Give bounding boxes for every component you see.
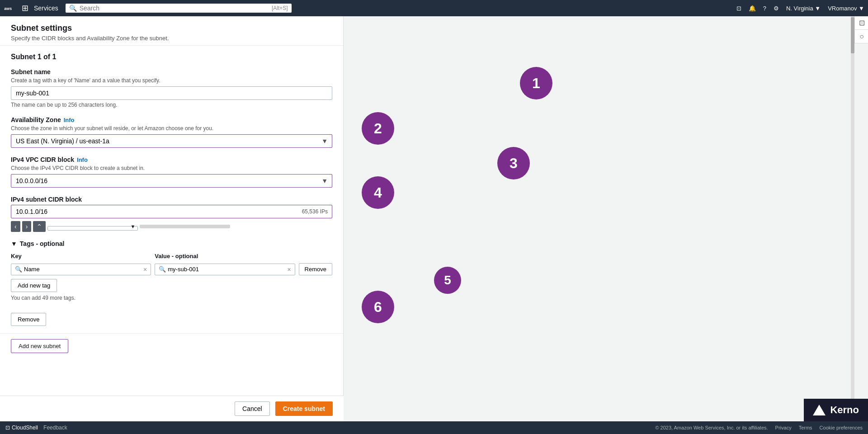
scrollbar-track <box>851 16 854 434</box>
az-hint: Choose the zone in which your subnet wil… <box>11 125 332 132</box>
kerno-logo-icon <box>813 405 826 415</box>
cidr-mask-dropdown[interactable] <box>47 226 138 231</box>
bottom-bar: ⊡ CloudShell Feedback © 2023, Amazon Web… <box>0 421 868 434</box>
remove-subnet-button[interactable]: Remove <box>11 313 46 326</box>
step-circle-1: 1 <box>520 67 552 99</box>
az-info-link[interactable]: Info <box>64 117 75 123</box>
bell-icon[interactable]: 🔔 <box>749 5 756 12</box>
ipv4-vpc-select[interactable]: 10.0.0.0/16 <box>11 174 332 188</box>
tags-header-label: Tags - optional <box>20 240 65 247</box>
feedback-link[interactable]: Feedback <box>43 425 67 431</box>
svg-text:aws: aws <box>4 6 12 11</box>
scrollbar-thumb[interactable] <box>851 17 854 53</box>
sidebar-icon-2[interactable]: ○ <box>855 30 868 43</box>
content-panel: Subnet settings Specify the CIDR blocks … <box>0 16 344 434</box>
tags-header[interactable]: ▼ Tags - optional <box>11 240 332 247</box>
tag-value-wrapper: 🔍 × <box>155 264 295 275</box>
subnet-name-input[interactable] <box>11 86 332 100</box>
cidr-ip-count: 65,536 IPs <box>302 208 328 215</box>
ipv4-vpc-hint: Choose the IPv4 VPC CIDR block to create… <box>11 165 332 171</box>
tag-value-input[interactable] <box>168 266 285 273</box>
terms-link[interactable]: Terms <box>799 425 812 430</box>
search-bar: 🔍 [Alt+S] <box>66 4 292 13</box>
subnet-name-field: Subnet name Create a tag with a key of '… <box>11 68 332 108</box>
services-label: Services <box>34 5 58 12</box>
search-input[interactable] <box>80 5 268 12</box>
privacy-link[interactable]: Privacy <box>775 425 792 430</box>
main-layout: Subnet settings Specify the CIDR blocks … <box>0 16 868 434</box>
subnet-section-title: Subnet 1 of 1 <box>11 53 332 61</box>
step-circle-6: 6 <box>362 291 394 323</box>
cidr-next-button[interactable]: › <box>22 221 32 232</box>
help-icon[interactable]: ? <box>763 5 766 12</box>
availability-zone-field: Availability Zone Info Choose the zone i… <box>11 116 332 148</box>
tags-grid: Key Value - optional 🔍 × 🔍 × <box>11 253 332 275</box>
form-subtitle: Specify the CIDR blocks and Availability… <box>11 35 332 42</box>
tag-key-input[interactable] <box>24 266 142 273</box>
grid-icon: ⊞ <box>22 3 28 13</box>
subnet-name-label: Subnet name <box>11 68 332 75</box>
step-circle-3: 3 <box>497 147 530 179</box>
cancel-button[interactable]: Cancel <box>235 401 270 416</box>
cidr-dropdown-wrapper: ▼ <box>47 222 138 231</box>
cidr-progress-bar <box>140 225 230 228</box>
key-column-header: Key <box>11 253 151 259</box>
cookie-preferences-link[interactable]: Cookie preferences <box>820 425 863 430</box>
ipv4-subnet-cidr-field: IPv4 subnet CIDR block 65,536 IPs ‹ › ⌃ … <box>11 196 332 232</box>
copyright-text: © 2023, Amazon Web Services, Inc. or its… <box>655 425 768 430</box>
cidr-up-button[interactable]: ⌃ <box>33 221 46 232</box>
sidebar-icon-1[interactable]: ⊡ <box>855 16 868 30</box>
search-hint: [Alt+S] <box>272 5 288 11</box>
create-subnet-button[interactable]: Create subnet <box>275 401 333 416</box>
az-label: Availability Zone Info <box>11 116 332 123</box>
tag-remove-button[interactable]: Remove <box>299 263 332 275</box>
ipv4-vpc-label: IPv4 VPC CIDR block Info <box>11 156 332 163</box>
step-circle-4: 4 <box>362 176 394 209</box>
subnet-section: Subnet 1 of 1 Subnet name Create a tag w… <box>0 46 343 333</box>
kerno-label: Kerno <box>830 404 859 416</box>
subnet-name-note: The name can be up to 256 characters lon… <box>11 102 332 108</box>
add-tag-button[interactable]: Add new tag <box>11 279 57 292</box>
cidr-dropdown-arrow: ▼ <box>130 224 135 229</box>
form-title: Subnet settings <box>11 24 332 33</box>
add-subnet-section: Add new subnet <box>0 333 343 360</box>
ipv4-subnet-cidr-input[interactable] <box>11 205 332 218</box>
tag-limit-note: You can add 49 more tags. <box>11 295 332 301</box>
az-select-wrapper: US East (N. Virginia) / us-east-1a ▼ <box>11 134 332 148</box>
add-new-subnet-button[interactable]: Add new subnet <box>11 339 68 353</box>
step-circle-5: 5 <box>434 267 461 294</box>
terminal-icon[interactable]: ⊡ <box>736 5 741 12</box>
tag-key-wrapper: 🔍 × <box>11 264 151 275</box>
form-header: Subnet settings Specify the CIDR blocks … <box>0 16 343 46</box>
tag-value-search-icon: 🔍 <box>159 266 166 273</box>
settings-icon[interactable]: ⚙ <box>774 5 779 12</box>
right-panel: 1 2 3 4 5 6 ⊡ ○ <box>344 16 868 434</box>
user-menu[interactable]: VRomanov ▼ <box>828 5 864 12</box>
tag-key-clear[interactable]: × <box>143 266 147 273</box>
cidr-input-wrapper: 65,536 IPs <box>11 205 332 218</box>
cidr-controls: ‹ › ⌃ ▼ <box>11 221 332 232</box>
ipv4-vpc-info-link[interactable]: Info <box>77 156 88 163</box>
cloudshell-link[interactable]: ⊡ CloudShell <box>5 425 38 431</box>
kerno-watermark: Kerno <box>804 399 868 421</box>
cidr-prev-button[interactable]: ‹ <box>11 221 20 232</box>
top-navigation: aws ⊞ Services 🔍 [Alt+S] ⊡ 🔔 ? ⚙ N. Virg… <box>0 0 868 16</box>
right-sidebar-icons: ⊡ ○ <box>854 16 868 43</box>
tags-section: ▼ Tags - optional Key Value - optional 🔍… <box>11 240 332 301</box>
value-column-header: Value - optional <box>155 253 295 259</box>
region-selector[interactable]: N. Virginia ▼ <box>786 5 821 12</box>
tags-collapse-icon: ▼ <box>11 240 17 247</box>
cloudshell-icon: ⊡ <box>5 425 10 431</box>
subnet-name-hint: Create a tag with a key of 'Name' and a … <box>11 77 332 84</box>
search-icon: 🔍 <box>69 5 77 12</box>
ipv4-subnet-label: IPv4 subnet CIDR block <box>11 196 332 203</box>
footer-actions: Cancel Create subnet <box>0 396 344 421</box>
tag-key-search-icon: 🔍 <box>15 266 22 273</box>
bottom-left: ⊡ CloudShell Feedback <box>5 425 67 431</box>
aws-logo: aws <box>4 4 18 13</box>
az-select[interactable]: US East (N. Virginia) / us-east-1a <box>11 134 332 148</box>
bottom-right: © 2023, Amazon Web Services, Inc. or its… <box>655 425 863 430</box>
ipv4-vpc-select-wrapper: 10.0.0.0/16 ▼ <box>11 174 332 188</box>
services-button[interactable]: Services <box>30 3 62 14</box>
tag-value-clear[interactable]: × <box>287 266 291 273</box>
